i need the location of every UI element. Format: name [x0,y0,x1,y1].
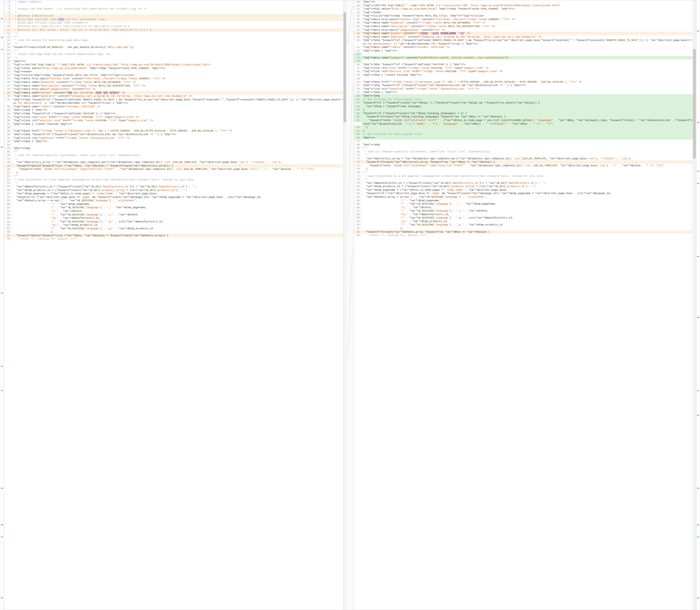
code-content[interactable]: } [12,171,346,175]
code-line[interactable]: 28"tag"><meta http-equiv="imagetoolbar" … [4,87,346,91]
code-line[interactable]: 33"php"><?php } "php">?> [4,108,346,112]
code-line[interactable]: 62 "keyword">echo '<link rel="alternate"… [354,118,696,126]
code-line[interactable]: 30"tag"><meta name="generator" content="… [4,94,346,98]
code-line[interactable]: 48 "var">$directory_array = "var">$templ… [4,161,346,164]
code-content[interactable]: '/' . "var">$_SESSION['language'] . '_p_… [362,223,696,227]
code-line[interactable]: 82 "keyword">if ("var">$current_page_bas… [354,192,696,195]
code-line[interactable]: 43 [4,143,346,147]
code-content[interactable]: "tag"><html xmlns="http://www.w3.org/199… [12,67,346,70]
code-content[interactable]: "php"><?php [362,143,696,147]
code-content[interactable]: '/m_' . "var">$manufacturers_id, [12,216,346,220]
code-line[interactable]: 66"php">?> [354,136,696,140]
code-line[interactable]: 51 } [4,171,346,175]
code-content[interactable]: /** [12,49,346,53]
code-line[interactable]: 47"tag"><link rel="icon" href=""><?php "… [354,66,696,70]
code-content[interactable]: */ [12,181,346,185]
code-content[interactable]: } [362,108,696,112]
code-content[interactable]: "tag"><link rel="canonical" href=""><?ph… [362,87,696,91]
code-content[interactable]: "php"><?php "keyword">if ("keyword">defi… [12,112,346,115]
code-line[interactable]: 57"keyword">if (!"keyword">isset("var">$… [354,101,696,105]
code-line[interactable]: 50 [354,77,696,80]
code-line[interactable]: 56// BOF hreflang for multilingual sites [354,98,696,101]
code-content[interactable]: * @license http://www.zen-cart.com/licen… [12,25,346,28]
code-content[interactable]: "keyword">foreach("var">$sheets_array "k… [362,230,696,234]
code-content[interactable]: "var">$directory_array = "var">$template… [12,161,346,164]
overview-change-marker[interactable] [697,171,699,172]
overview-change-marker[interactable] [1,597,3,598]
code-content[interactable]: * load all template-specific stylesheets… [362,150,696,154]
code-content[interactable]: * [12,11,346,14]
code-line[interactable]: 40"php"><?php "keyword">if ("keyword">de… [354,38,696,46]
code-line[interactable]: 40"php"><?php "keyword">if ("keyword">is… [4,133,346,136]
code-line[interactable]: 39"tag"><base href=""><?php ">echo ((">$… [4,129,346,133]
code-content[interactable]: "php"><?php "keyword">if ("keyword">isse… [362,84,696,87]
code-content[interactable]: "tag"><meta name="description" content="… [12,84,346,88]
code-content[interactable]: ); [12,230,346,234]
code-line[interactable]: 69/** [354,146,696,150]
code-content[interactable]: * Common Template [12,0,346,4]
code-line[interactable]: 41"tag"><meta name="robots" content="noi… [354,46,696,49]
code-content[interactable]: } [362,167,696,171]
scrollbar-thumb-left[interactable] [343,13,346,122]
code-line[interactable]: 52/** [4,174,346,178]
code-line[interactable]: 67 '/' . "var">$_SESSION['language'] . '… [4,227,346,230]
code-line[interactable]: 36"tag"><meta name="description" content… [354,25,696,28]
code-line[interactable]: 93 "keyword">foreach("var">$sheets_array… [354,230,696,234]
code-content[interactable]: "tag"><link rel="icon" href=""><?php ">e… [362,66,696,70]
code-line[interactable]: 61 "keyword">foreach("var">$lng->catalog… [354,115,696,118]
code-content[interactable]: "keyword">if (!"keyword">isset("var">$ln… [362,101,696,105]
code-content[interactable]: "tag"><meta http-equiv="Content-Type" co… [12,77,346,80]
code-content[interactable]: '/c_' . "var">$cPath, [12,209,346,213]
code-content[interactable]: * load all template-specific stylesheets… [12,154,346,157]
code-content[interactable]: "tag"><meta name="viewport" content="wid… [362,56,696,60]
code-line[interactable]: 50 "keyword">echo '<link rel="stylesheet… [4,167,346,171]
code-line[interactable]: 54 */ [4,181,346,185]
code-line[interactable]: 83 "var">$sheets_array = array('/' . "va… [354,195,696,199]
code-line[interactable]: 70 //echo "<!--looking for: $value-->\n"… [4,237,346,241]
code-content[interactable]: '/m_' . "var">$manufacturers_id, [362,213,696,216]
overview-change-marker[interactable] [1,18,3,19]
code-content[interactable]: "var">$tmp_products_id = ("keyword">isse… [12,189,346,192]
code-content[interactable]: '/' . "var">$_SESSION['language'] . '_m_… [12,220,346,224]
code-line[interactable]: 76/** [354,171,696,174]
overview-change-marker[interactable] [697,525,699,525]
code-content[interactable]: "tag"><link rel="icon" href=""><?php ">e… [12,115,346,119]
code-content[interactable]: "var">$manufacturers_id = ("keyword">iss… [12,185,346,189]
code-content[interactable]: "keyword">foreach("var">$lng->catalog_la… [362,115,696,118]
overview-change-marker[interactable] [1,37,3,38]
code-line[interactable]: 65 '/' . "var">$_SESSION['language'] . '… [4,220,346,224]
code-content[interactable]: '/p_' . "var">$tmp_products_id, [362,220,696,223]
code-content[interactable]: /** [12,174,346,178]
code-line[interactable]: 65// EOF hreflang for multilingual sites [354,132,696,136]
code-line[interactable]: 44"php"><?php [4,147,346,150]
code-content[interactable]: */ [362,178,696,181]
code-line[interactable]: 48"tag"><link rel="shortcut icon" href="… [354,70,696,73]
code-line[interactable]: 42"php"><?php } "php">?>+ [4,140,346,143]
code-line[interactable]: 62 '/c_' . "var">$cPath, [4,209,346,213]
code-content[interactable]: */ [362,153,696,157]
code-line[interactable]: 22"tag"><html xmlns="http://www.w3.org/1… [4,67,346,70]
code-content[interactable]: "php"><?php "keyword">if ("keyword">isse… [12,133,346,136]
overview-change-marker[interactable] [1,537,3,537]
overview-change-marker[interactable] [1,390,3,391]
code-line[interactable]: 7 * @package templateSystem+ [4,14,346,18]
code-line[interactable]: 16"keyword">require(DIR_WS_MODULES . zen… [4,46,346,49]
overview-change-marker[interactable] [697,122,699,123]
code-line[interactable]: 23"tag"><head> [4,70,346,74]
code-content[interactable]: "var">$tmp_products_id = ("keyword">isse… [362,185,696,188]
overview-change-marker[interactable] [1,525,3,525]
code-line[interactable]: 53"tag"><link rel="canonical" href=""><?… [354,87,696,91]
code-line[interactable]: 81 "var">$tmp_pagename = ("var">$this_is… [354,188,696,192]
code-line[interactable]: 80 "var">$tmp_products_id = ("keyword">i… [354,185,696,188]
code-content[interactable]: * load stylesheets on a per-page/per-lan… [362,174,696,178]
overview-change-marker[interactable] [1,147,3,147]
code-line[interactable]: 36"tag"><link rel="shortcut icon" href="… [4,119,346,123]
code-line[interactable]: 94 //echo "<!--looking for: $value-->\n"… [354,234,696,237]
code-content[interactable]: "tag"><title>"php"><?php "keyword">echo … [12,74,346,77]
code-line[interactable]: 41"tag"><link rel="canonical" href=""><?… [4,136,346,140]
code-content[interactable]: '/' . "var">$_SESSION['language'] . '_p_… [12,227,346,230]
scrollbar-thumb-right[interactable] [693,49,696,159]
code-content[interactable]: } [362,129,696,133]
code-content[interactable]: */ [12,157,346,161]
code-content[interactable]: "php"><?php "keyword">if ("keyword">defi… [362,63,696,66]
